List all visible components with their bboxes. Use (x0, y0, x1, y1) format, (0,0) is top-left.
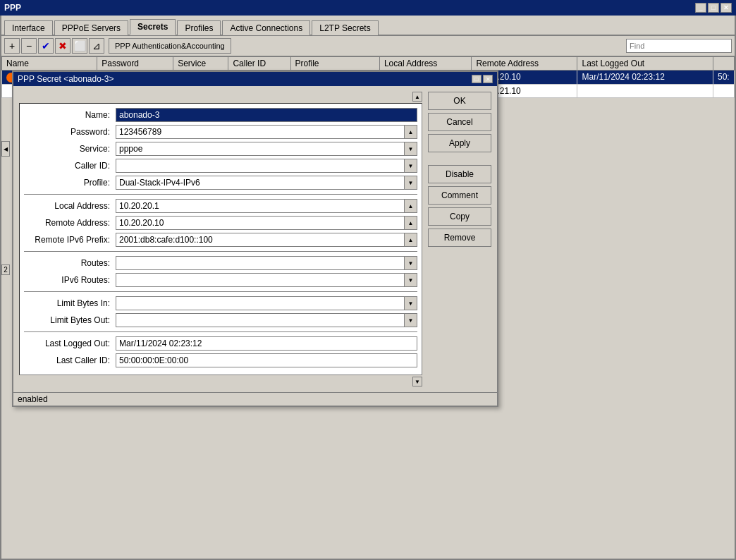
tab-secrets[interactable]: Secrets (130, 19, 176, 35)
scroll-up-arrow[interactable]: ▲ (412, 92, 422, 102)
col-extra (713, 57, 735, 71)
password-input[interactable] (116, 125, 405, 139)
dialog-body: ▲ Name: Password: (13, 86, 497, 392)
routes-input[interactable] (116, 256, 405, 270)
limit-bytes-out-dropdown-btn[interactable]: ▼ (405, 313, 417, 327)
dialog-minimize-button[interactable]: □ (472, 75, 482, 83)
name-input[interactable] (116, 108, 417, 122)
service-input[interactable] (116, 142, 405, 156)
ok-button[interactable]: OK (428, 92, 491, 110)
profile-input[interactable] (116, 176, 405, 190)
caller-id-label: Caller ID: (24, 161, 116, 171)
local-address-field-group: ▲ (116, 199, 417, 213)
password-label: Password: (24, 127, 116, 137)
limit-bytes-in-dropdown-btn[interactable]: ▼ (405, 296, 417, 310)
page-number: 2 (1, 264, 10, 275)
password-up-btn[interactable]: ▲ (405, 125, 417, 139)
limit-bytes-out-field-group: ▼ (116, 313, 417, 327)
enable-button[interactable]: ✔ (38, 38, 54, 54)
add-button[interactable]: + (4, 38, 20, 54)
limit-bytes-out-label: Limit Bytes Out: (24, 315, 116, 325)
col-local-address[interactable]: Local Address (379, 57, 471, 71)
status-text: enabled (18, 394, 48, 404)
tab-interface[interactable]: Interface (4, 20, 53, 35)
service-dropdown-btn[interactable]: ▼ (405, 142, 417, 156)
scroll-down-arrow[interactable]: ▼ (412, 377, 422, 386)
tab-active-connections[interactable]: Active Connections (222, 20, 310, 35)
form-row-remote-address: Remote Address: ▲ (24, 216, 417, 230)
find-input[interactable] (626, 39, 732, 53)
form-row-limit-bytes-in: Limit Bytes In: ▼ (24, 296, 417, 310)
local-address-input[interactable] (116, 199, 405, 213)
ipv6-routes-dropdown-btn[interactable]: ▼ (405, 273, 417, 287)
close-button[interactable]: ✕ (720, 3, 732, 13)
limit-bytes-out-input[interactable] (116, 313, 405, 327)
form-row-last-caller-id: Last Caller ID: (24, 353, 417, 367)
routes-dropdown-btn[interactable]: ▼ (405, 256, 417, 270)
tab-bar: Interface PPPoE Servers Secrets Profiles… (1, 16, 735, 36)
comment-button[interactable]: Comment (428, 186, 491, 205)
local-address-up-btn[interactable]: ▲ (405, 199, 417, 213)
tab-pppoe-servers[interactable]: PPPoE Servers (54, 20, 128, 35)
routes-field-group: ▼ (116, 256, 417, 270)
disable-button[interactable]: ✖ (55, 38, 70, 54)
cancel-button[interactable]: Cancel (428, 113, 491, 131)
col-last-logged-out[interactable]: Last Logged Out (577, 57, 713, 71)
limit-bytes-in-label: Limit Bytes In: (24, 298, 116, 308)
remote-ipv6-input[interactable] (116, 233, 405, 247)
local-address-label: Local Address: (24, 201, 116, 211)
content-area: Name Password Service Caller ID Profile … (1, 56, 735, 559)
dialog-close-button[interactable]: ✕ (483, 75, 493, 83)
dialog-title-buttons: □ ✕ (472, 75, 493, 83)
app-title: PPP (4, 3, 21, 13)
remote-address-input[interactable] (116, 216, 405, 230)
remove-button[interactable]: Remove (428, 229, 491, 247)
service-label: Service: (24, 144, 116, 154)
col-caller-id[interactable]: Caller ID (228, 57, 290, 71)
col-password[interactable]: Password (97, 57, 173, 71)
limit-bytes-in-input[interactable] (116, 296, 405, 310)
divider-3 (24, 291, 417, 292)
ppp-auth-button[interactable]: PPP Authentication&Accounting (109, 38, 231, 54)
scroll-top-area: ▲ (19, 92, 422, 102)
copy-button[interactable]: ⬜ (72, 38, 87, 54)
ipv6-routes-input[interactable] (116, 273, 405, 287)
col-remote-address[interactable]: Remote Address (472, 57, 577, 71)
side-nav-left-button[interactable]: ◀ (1, 141, 10, 157)
col-name[interactable]: Name (2, 57, 97, 71)
remove-button[interactable]: − (21, 38, 37, 54)
buttons-panel: OK Cancel Apply Disable Comment Copy Rem… (428, 92, 491, 386)
remote-address-up-btn[interactable]: ▲ (405, 216, 417, 230)
filter-button[interactable]: ⊿ (89, 38, 104, 54)
form-row-password: Password: ▲ (24, 125, 417, 139)
caller-id-input[interactable] (116, 159, 405, 173)
last-caller-id-input (116, 353, 417, 367)
divider-4 (24, 331, 417, 332)
apply-button[interactable]: Apply (428, 134, 491, 152)
ipv6-routes-label: IPv6 Routes: (24, 275, 116, 285)
form-row-remote-ipv6: Remote IPv6 Prefix: ▲ (24, 233, 417, 247)
disable-button[interactable]: Disable (428, 165, 491, 183)
routes-label: Routes: (24, 258, 116, 268)
cell-extra: 50: (713, 71, 735, 85)
minimize-button[interactable]: _ (695, 3, 706, 13)
form-row-last-logged-out: Last Logged Out: (24, 336, 417, 351)
col-profile[interactable]: Profile (290, 57, 379, 71)
col-service[interactable]: Service (173, 57, 228, 71)
maximize-button[interactable]: □ (708, 3, 719, 13)
limit-bytes-in-field-group: ▼ (116, 296, 417, 310)
profile-dropdown-btn[interactable]: ▼ (405, 176, 417, 190)
dialog-title: PPP Secret <abonado-3> (18, 74, 114, 84)
caller-id-field-group: ▼ (116, 159, 417, 173)
caller-id-dropdown-btn[interactable]: ▼ (405, 159, 417, 173)
title-bar: PPP _ □ ✕ (0, 0, 736, 16)
remote-ipv6-up-btn[interactable]: ▲ (405, 233, 417, 247)
remote-address-field-group: ▲ (116, 216, 417, 230)
profile-label: Profile: (24, 178, 116, 188)
tab-profiles[interactable]: Profiles (177, 20, 221, 35)
copy-dialog-button[interactable]: Copy (428, 207, 491, 226)
tab-l2tp-secrets[interactable]: L2TP Secrets (312, 20, 378, 35)
name-label: Name: (24, 110, 116, 120)
form-row-name: Name: (24, 108, 417, 122)
cell-last-logged-out: Mar/11/2024 02:23:12 (577, 71, 713, 85)
